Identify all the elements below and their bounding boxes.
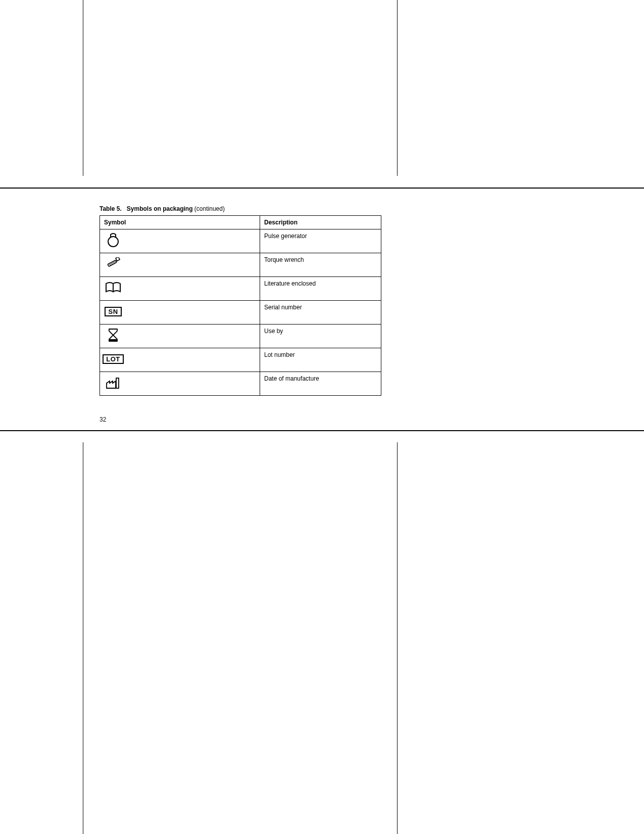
sn-box-text: SN	[105, 307, 121, 316]
factory-icon	[104, 375, 122, 390]
table-row: Pulse generator	[100, 229, 381, 253]
table-row: Literature enclosed	[100, 277, 381, 301]
symbol-cell	[100, 325, 260, 348]
book-icon	[104, 280, 122, 295]
page-number: 32	[100, 416, 381, 423]
caption-suffix: (continued)	[194, 205, 225, 212]
table-row: SN Serial number	[100, 301, 381, 325]
content-block: Table 5. Symbols on packaging (continued…	[100, 205, 381, 423]
header-description: Description	[260, 216, 381, 229]
symbol-cell	[100, 277, 260, 301]
table-caption: Table 5. Symbols on packaging (continued…	[100, 205, 381, 212]
caption-label: Table 5.	[100, 205, 122, 212]
lot-box-icon: LOT	[104, 351, 122, 366]
symbol-cell	[100, 229, 260, 253]
symbol-cell: SN	[100, 301, 260, 325]
sn-box-icon: SN	[104, 304, 122, 319]
frame-line	[397, 0, 398, 176]
lot-box-text: LOT	[103, 354, 124, 364]
description-cell: Torque wrench	[260, 253, 381, 277]
symbols-table: Symbol Description Pulse generator	[100, 215, 381, 396]
frame-line	[83, 442, 83, 834]
hourglass-icon	[104, 328, 122, 343]
description-cell: Date of manufacture	[260, 372, 381, 396]
table-row: LOT Lot number	[100, 348, 381, 372]
table-header-row: Symbol Description	[100, 216, 381, 229]
frame-line	[397, 442, 398, 834]
svg-rect-5	[116, 378, 119, 388]
table-row: Date of manufacture	[100, 372, 381, 396]
torque-wrench-icon	[104, 256, 122, 271]
description-cell: Pulse generator	[260, 229, 381, 253]
crop-mark	[0, 430, 644, 431]
frame-line	[83, 0, 83, 176]
description-cell: Lot number	[260, 348, 381, 372]
symbol-cell	[100, 253, 260, 277]
caption-title: Symbols on packaging	[127, 205, 193, 212]
svg-point-0	[108, 237, 118, 247]
description-cell: Literature enclosed	[260, 277, 381, 301]
table-row: Use by	[100, 325, 381, 348]
crop-mark	[0, 188, 644, 189]
header-symbol: Symbol	[100, 216, 260, 229]
symbol-cell	[100, 372, 260, 396]
description-cell: Use by	[260, 325, 381, 348]
table-row: Torque wrench	[100, 253, 381, 277]
svg-rect-4	[116, 257, 120, 261]
symbol-cell: LOT	[100, 348, 260, 372]
page: Table 5. Symbols on packaging (continued…	[0, 0, 644, 834]
pulse-generator-icon	[104, 233, 122, 248]
description-cell: Serial number	[260, 301, 381, 325]
